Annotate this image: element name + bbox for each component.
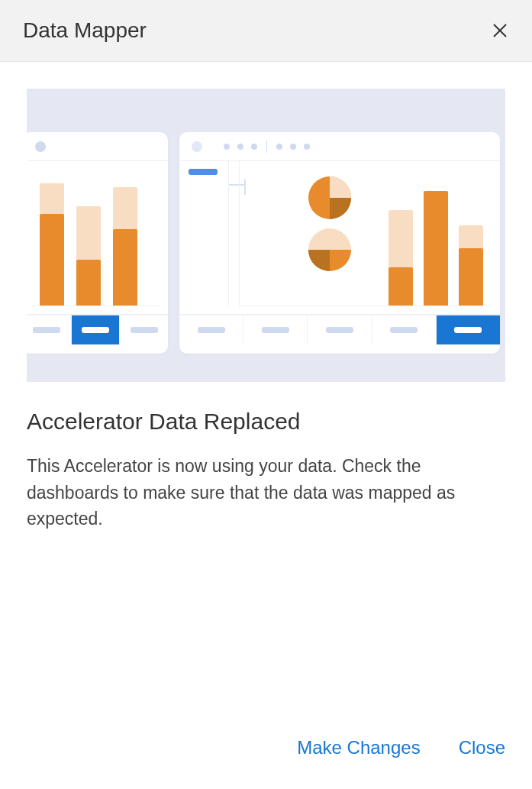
illustration-container <box>0 62 532 409</box>
content-heading: Accelerator Data Replaced <box>27 409 505 435</box>
dialog-footer: Make Changes Close <box>297 737 505 758</box>
dialog-title: Data Mapper <box>23 18 147 43</box>
illustration-dashboard-left <box>27 132 168 354</box>
illustration-dashboard-right <box>179 132 500 354</box>
dialog-content: Accelerator Data Replaced This Accelerat… <box>0 409 532 532</box>
content-body: This Accelerator is now using your data.… <box>27 453 505 532</box>
dashboard-illustration <box>27 89 505 382</box>
dialog-header: Data Mapper <box>0 0 532 62</box>
make-changes-button[interactable]: Make Changes <box>297 737 420 758</box>
close-icon[interactable] <box>491 21 509 40</box>
close-button[interactable]: Close <box>459 737 505 758</box>
